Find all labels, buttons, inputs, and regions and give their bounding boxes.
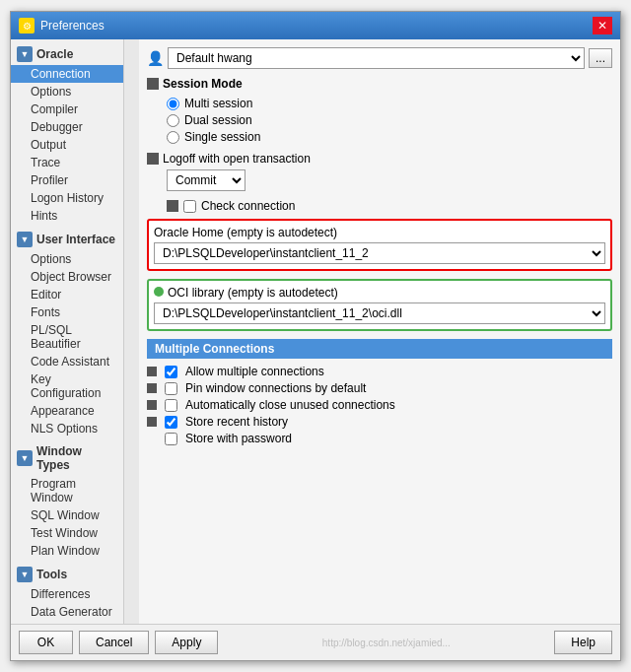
store-history-row: Store recent history [147,415,612,429]
radio-dual-session[interactable]: Dual session [167,113,612,127]
multiple-connections-section: Multiple Connections Allow multiple conn… [147,339,612,448]
auto-close-row: Automatically close unused connections [147,398,612,412]
radio-multi-session-input[interactable] [167,98,179,110]
sidebar-item-options[interactable]: Options [11,83,123,101]
session-mode-section: Session Mode Multi session Dual session … [147,77,612,144]
pin-window-label: Pin window connections by default [185,381,366,395]
store-history-checkbox[interactable] [165,416,177,429]
sidebar-item-nls-options[interactable]: NLS Options [11,420,123,437]
radio-dual-session-input[interactable] [167,114,179,127]
left-buttons: OK Cancel Apply [19,631,218,654]
preferences-dialog: ⚙ Preferences ✕ ▼ Oracle Connection Opti… [10,11,621,661]
content-area: ▼ Oracle Connection Options Compiler Deb… [11,39,620,624]
check-connection-checkbox[interactable] [183,200,196,213]
store-password-row: Store with password [147,432,612,445]
sidebar-group-oracle[interactable]: ▼ Oracle [11,43,123,65]
profile-icon: 👤 [147,50,164,66]
sidebar-item-key-config[interactable]: Key Configuration [11,370,123,402]
sidebar-item-editor[interactable]: Editor [11,286,123,303]
store-history-label: Store recent history [185,415,288,429]
sidebar-scrollbar[interactable] [123,39,139,624]
sidebar-item-connection[interactable]: Connection [11,65,123,83]
sidebar-wrapper: ▼ Oracle Connection Options Compiler Deb… [11,39,139,624]
session-mode-title: Session Mode [163,77,243,91]
oracle-home-dropdown[interactable]: D:\PLSQLDeveloper\instantclient_11_2 [154,242,605,264]
dots-button[interactable]: ... [589,48,612,68]
radio-single-session-input[interactable] [167,131,179,144]
titlebar-icon: ⚙ [19,18,35,34]
pin-window-icon [147,383,157,393]
ui-group-label: User Interface [36,233,115,246]
tools-collapse-icon: ▼ [17,567,33,582]
help-button[interactable]: Help [554,631,612,654]
oracle-collapse-icon: ▼ [17,46,33,62]
oci-library-dropdown[interactable]: D:\PLSQLDeveloper\instantclient_11_2\oci… [154,302,605,324]
ok-button[interactable]: OK [19,631,73,654]
store-password-label: Store with password [185,432,292,445]
sidebar-item-hints[interactable]: Hints [11,207,123,225]
sidebar-item-appearance[interactable]: Appearance [11,402,123,420]
titlebar: ⚙ Preferences ✕ [11,12,620,39]
logoff-section: Logoff with open transaction Commit Roll… [147,152,612,191]
sidebar-group-ui[interactable]: ▼ User Interface [11,229,123,250]
sidebar-item-trace[interactable]: Trace [11,154,123,171]
oracle-home-label: Oracle Home (empty is autodetect) [154,226,605,239]
profile-dropdown[interactable]: Default hwang [168,47,585,69]
session-mode-icon [147,78,159,90]
pin-window-checkbox[interactable] [165,382,177,395]
oracle-home-box: Oracle Home (empty is autodetect) D:\PLS… [147,219,612,271]
sidebar-item-profiler[interactable]: Profiler [11,171,123,189]
sidebar-item-output[interactable]: Output [11,136,123,154]
sidebar-item-program-window[interactable]: Program Window [11,475,123,506]
radio-single-session[interactable]: Single session [167,130,612,144]
sidebar: ▼ Oracle Connection Options Compiler Deb… [11,39,123,624]
watermark-text: http://blog.csdn.net/xjamied... [322,638,451,648]
check-connection-label: Check connection [201,199,295,213]
close-button[interactable]: ✕ [593,17,612,34]
footer: OK Cancel Apply http://blog.csdn.net/xja… [11,624,620,660]
titlebar-title: Preferences [40,19,105,33]
ui-collapse-icon: ▼ [17,232,33,247]
multiple-connections-header: Multiple Connections [147,339,612,359]
cancel-button[interactable]: Cancel [79,631,149,654]
sidebar-item-sql-window[interactable]: SQL Window [11,506,123,524]
sidebar-group-window-types[interactable]: ▼ Window Types [11,441,123,475]
oracle-group-label: Oracle [36,47,73,61]
oci-library-box: OCI library (empty is autodetect) D:\PLS… [147,279,612,331]
logoff-dropdown[interactable]: Commit Rollback Ask [167,169,245,191]
sidebar-item-code-assistant[interactable]: Code Assistant [11,353,123,370]
sidebar-item-differences[interactable]: Differences [11,585,123,603]
check-connection-row: Check connection [147,199,612,213]
sidebar-item-compiler[interactable]: Compiler [11,101,123,118]
pin-window-row: Pin window connections by default [147,381,612,395]
sidebar-item-plsql-beautifier[interactable]: PL/SQL Beautifier [11,321,123,353]
auto-close-icon [147,400,157,410]
sidebar-item-logon-history[interactable]: Logon History [11,189,123,207]
radio-single-session-label: Single session [184,130,260,144]
store-history-icon [147,417,157,427]
sidebar-item-plan-window[interactable]: Plan Window [11,542,123,560]
store-password-checkbox[interactable] [165,433,177,445]
oci-library-label: OCI library (empty is autodetect) [154,286,605,300]
radio-multi-session-label: Multi session [184,97,252,110]
allow-multiple-checkbox[interactable] [165,366,177,378]
sidebar-item-debugger[interactable]: Debugger [11,118,123,136]
titlebar-left: ⚙ Preferences [19,18,105,34]
tools-group-label: Tools [36,568,67,581]
sidebar-group-tools[interactable]: ▼ Tools [11,564,123,585]
sidebar-item-test-window[interactable]: Test Window [11,524,123,542]
sidebar-item-object-browser[interactable]: Object Browser [11,268,123,286]
profile-row: 👤 Default hwang ... [147,47,612,69]
session-mode-options: Multi session Dual session Single sessio… [147,97,612,144]
auto-close-label: Automatically close unused connections [185,398,395,412]
green-dot-icon [154,287,164,297]
session-mode-header: Session Mode [147,77,612,91]
apply-button[interactable]: Apply [155,631,218,654]
auto-close-checkbox[interactable] [165,399,177,412]
sidebar-item-fonts[interactable]: Fonts [11,303,123,321]
radio-multi-session[interactable]: Multi session [167,97,612,110]
allow-multiple-label: Allow multiple connections [185,365,324,378]
sidebar-item-ui-options[interactable]: Options [11,250,123,268]
window-types-collapse-icon: ▼ [17,450,33,466]
sidebar-item-data-generator[interactable]: Data Generator [11,603,123,621]
